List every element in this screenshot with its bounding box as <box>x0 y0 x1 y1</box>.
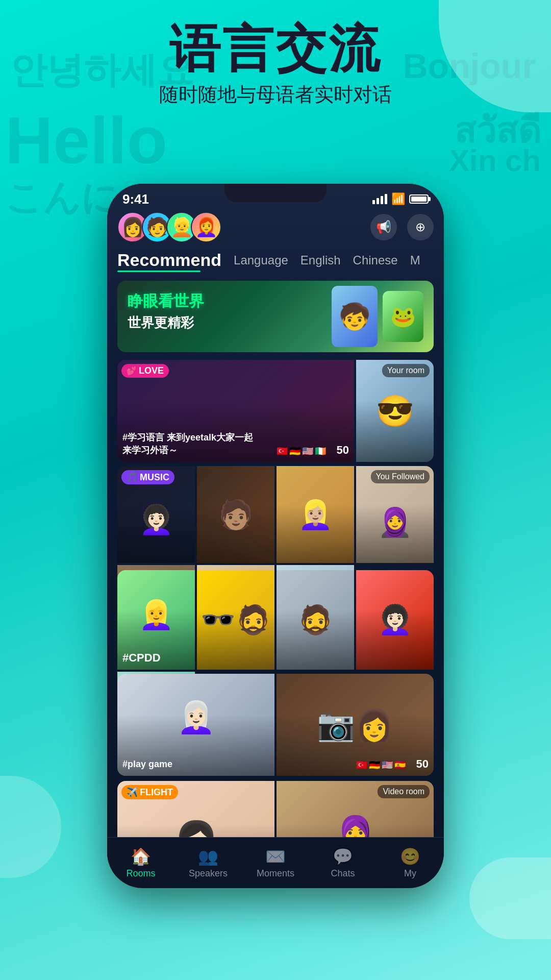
moments-label: Moments <box>257 868 294 879</box>
sub-title: 随时随地与母语者实时对话 <box>0 82 551 108</box>
top-section: 语言交流 随时随地与母语者实时对话 <box>0 20 551 108</box>
avatar-group[interactable]: 👩 🧑 👱 👩‍🦰 <box>117 212 221 242</box>
room-your-room[interactable]: Your room 😎 <box>356 360 434 462</box>
banner-char-1: 🧒 <box>332 286 378 347</box>
nav-item-moments[interactable]: ✉️ Moments <box>242 847 309 879</box>
room-cpdd[interactable]: #CPDD 👱‍♀️ <box>117 570 195 670</box>
tab-underline <box>117 271 201 272</box>
room-music-3[interactable]: 👱🏼‍♀️ <box>277 466 354 563</box>
nav-item-speakers[interactable]: 👥 Speakers <box>174 847 242 879</box>
chats-label: Chats <box>331 868 355 879</box>
status-icons: 📶 <box>372 192 429 206</box>
room-play-game[interactable]: #play game 👩🏻‍🦳 <box>117 674 274 776</box>
deco-curve-bl <box>0 776 61 878</box>
banner-right: 🧒 🐸 <box>332 286 423 347</box>
rooms-section-4: #play game 👩🏻‍🦳 📷👩 🇹🇷🇩🇪🇺🇸🇪🇸 50 <box>117 674 434 776</box>
main-title: 语言交流 <box>0 20 551 77</box>
speakers-label: Speakers <box>189 868 228 879</box>
love-count: 50 <box>337 444 349 457</box>
signal-bars-icon <box>372 194 387 204</box>
wifi-icon: 📶 <box>391 192 405 206</box>
room-cpdd-4[interactable]: 👩🏻‍🦱 <box>356 570 434 670</box>
my-label: My <box>404 868 416 879</box>
nav-item-my[interactable]: 😊 My <box>377 847 444 879</box>
love-room-label: #学习语言 来到yeetalk大家一起来学习外语～ <box>122 431 253 457</box>
add-icon: ⊕ <box>415 220 425 234</box>
rooms-grid-1: 💕 LOVE #学习语言 来到yeetalk大家一起来学习外语～ 🇹🇷🇩🇪🇺🇸🇮… <box>117 360 434 462</box>
rooms-label: Rooms <box>126 868 155 879</box>
speakers-icon: 👥 <box>198 847 218 866</box>
phone-outer: 9:41 📶 👩 � <box>107 184 444 888</box>
banner[interactable]: 睁眼看世界 世界更精彩 🧒 🐸 <box>117 281 434 352</box>
your-room-face: 😎 <box>356 360 434 462</box>
rooms-icon: 🏠 <box>131 847 151 866</box>
phone-wrap: 9:41 📶 👩 � <box>107 184 444 888</box>
play-game-count: 50 <box>416 757 429 771</box>
status-time: 9:41 <box>122 191 149 207</box>
love-tag: 💕 LOVE <box>121 364 169 378</box>
nav-item-chats[interactable]: 💬 Chats <box>309 847 377 879</box>
rooms-section-1: 💕 LOVE #学习语言 来到yeetalk大家一起来学习外语～ 🇹🇷🇩🇪🇺🇸🇮… <box>117 360 434 462</box>
chats-icon: 💬 <box>333 847 353 866</box>
header-icons: 📢 ⊕ <box>370 214 434 240</box>
broadcast-icon: 📢 <box>376 220 391 234</box>
tab-recommend[interactable]: Recommend <box>117 250 221 270</box>
love-flags: 🇹🇷🇩🇪🇺🇸🇮🇪 <box>277 446 326 457</box>
banner-line1: 睁眼看世界 <box>128 291 204 312</box>
room-love[interactable]: 💕 LOVE #学习语言 来到yeetalk大家一起来学习外语～ 🇹🇷🇩🇪🇺🇸🇮… <box>117 360 354 462</box>
bg-text-xinch: Xin ch <box>449 143 541 178</box>
tab-language[interactable]: Language <box>234 253 288 267</box>
room-cpdd-3[interactable]: 🧔 <box>277 570 354 670</box>
music-face1: 👩🏻‍🦱 <box>117 476 195 563</box>
room-music-2[interactable]: 🧑🏽 <box>197 466 274 563</box>
banner-text: 睁眼看世界 世界更精彩 <box>128 291 204 332</box>
banner-line2: 世界更精彩 <box>128 314 204 332</box>
my-icon: 😊 <box>400 847 420 866</box>
room-you-followed[interactable]: You Followed 🧕 <box>356 466 434 563</box>
bottom-nav: 🏠 Rooms 👥 Speakers ✉️ Moments 💬 Chats 😊 <box>107 837 444 888</box>
deco-curve-br <box>469 857 551 939</box>
play-game-flags: 🇹🇷🇩🇪🇺🇸🇪🇸 <box>356 760 406 771</box>
bg-text-hello: Hello <box>5 102 167 179</box>
battery-icon <box>409 194 429 204</box>
love-tag-icon: 💕 <box>127 366 137 376</box>
room-play-game-2[interactable]: 📷👩 🇹🇷🇩🇪🇺🇸🇪🇸 50 <box>277 674 434 776</box>
room-music[interactable]: 🎵 MUSIC 👩🏻‍🦱 <box>117 466 195 563</box>
nav-item-rooms[interactable]: 🏠 Rooms <box>107 847 174 879</box>
app-header: 👩 🧑 👱 👩‍🦰 📢 ⊕ <box>117 212 434 242</box>
broadcast-icon-btn[interactable]: 📢 <box>370 214 397 240</box>
notch <box>224 184 327 202</box>
bg-text-konni: こんに <box>5 174 118 223</box>
recommend-tab-bar: Recommend Language English Chinese M <box>117 250 434 270</box>
rooms-grid-4: #play game 👩🏻‍🦳 📷👩 🇹🇷🇩🇪🇺🇸🇪🇸 50 <box>117 674 434 776</box>
moments-icon: ✉️ <box>265 847 286 866</box>
tab-chinese[interactable]: Chinese <box>353 253 398 267</box>
avatar-4: 👩‍🦰 <box>191 212 221 242</box>
tab-english[interactable]: English <box>300 253 341 267</box>
tab-more[interactable]: M <box>410 253 420 267</box>
room-cpdd-2[interactable]: 🕶️🧔 <box>197 570 274 670</box>
phone-screen: 9:41 📶 👩 � <box>107 184 444 888</box>
banner-char-2: 🐸 <box>383 291 423 342</box>
add-icon-btn[interactable]: ⊕ <box>407 214 434 240</box>
